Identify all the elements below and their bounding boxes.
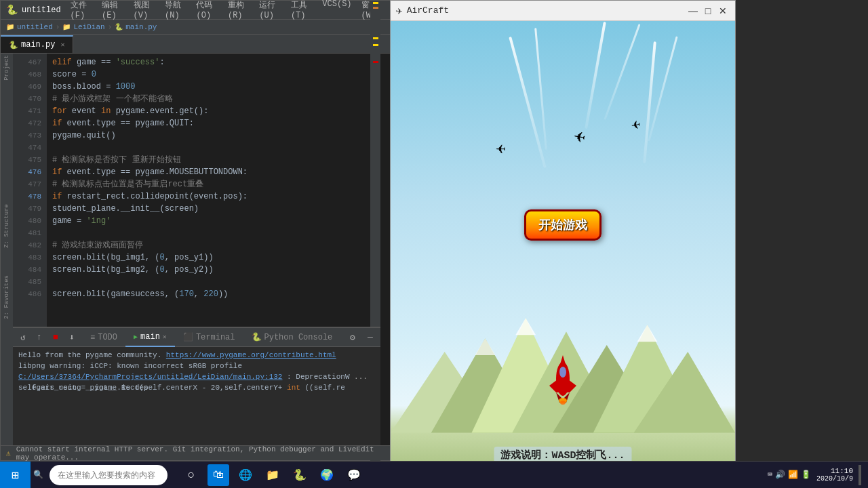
clock[interactable]: 11:10 2020/10/9 [816, 467, 853, 483]
code-line-469: boss.blood = 1000 [52, 81, 387, 93]
taskbar-icon-pycharm[interactable]: 🐍 [289, 464, 311, 486]
statusbar: ⚠ Cannot start internal HTTP server. Git… [1, 445, 393, 460]
bottom-tabs: ↺ ↑ ■ ⬇ ≡TODO ▶ main ✕ ⬛Terminal 🐍Python… [13, 328, 380, 347]
code-line-468: score = 0 [52, 68, 387, 81]
trail-4 [604, 24, 640, 120]
taskbar-icon-store[interactable]: 🛍 [208, 464, 229, 486]
maximize-button[interactable]: □ [701, 4, 715, 18]
structure-label[interactable]: Z: Structure [3, 204, 10, 248]
line-num-475: 475 [13, 154, 47, 166]
line-num-486: 486 [13, 288, 47, 300]
taskbar-icon-cortana[interactable]: ○ [180, 464, 202, 486]
file-link[interactable]: C:/Users/37364/PycharmProjects/untitled/… [18, 373, 282, 381]
code-line-480: game = 'ing' [52, 215, 387, 227]
code-line-467: elif game == 'success': [52, 56, 387, 68]
breadcrumb-file[interactable]: main.py [125, 23, 157, 31]
breadcrumb-project[interactable]: untitled [17, 23, 53, 31]
player-plane-svg [542, 352, 583, 406]
scroll-marker-5 [373, 61, 378, 63]
taskbar-right: ⌨ 🔊 📶 🔋 11:10 2020/10/9 [761, 465, 868, 485]
breadcrumb-folder[interactable]: LeiDian [73, 23, 104, 31]
enemy-plane-3: ✈ [630, 115, 642, 135]
start-button[interactable]: ⊞ [0, 462, 31, 489]
line-num-469: 469 [13, 81, 47, 93]
taskbar-icon-chrome[interactable]: 🌍 [316, 464, 338, 486]
line-num-474: 474 [13, 142, 47, 154]
minimize-button[interactable]: — [686, 4, 700, 18]
menu-code[interactable]: 代码(O) [192, 0, 222, 22]
menu-run[interactable]: 运行(U) [255, 0, 285, 22]
console-line-2: libpng warning: iCCP: known incorrect sR… [18, 361, 375, 371]
console-line-1: Hello from the pygame community. https:/… [18, 350, 375, 361]
menu-refactor[interactable]: 重构(R) [224, 0, 254, 22]
python-console-label: Python Console [264, 333, 333, 342]
tab-terminal[interactable]: ⬛Terminal [175, 328, 243, 347]
taskbar-search-input[interactable] [50, 465, 167, 485]
tab-python-console[interactable]: 🐍Python Console [243, 328, 341, 347]
favorites-label[interactable]: 2: Favorites [3, 275, 10, 319]
svg-point-16 [560, 401, 566, 405]
menu-tools[interactable]: 工具(T) [287, 0, 317, 22]
bottom-toolbar-right: ⚙ — [342, 330, 380, 345]
run-restart-icon[interactable]: ↺ [16, 330, 31, 345]
code-line-486: screen.blit(gamesuccess, (170, 220)) [52, 288, 387, 300]
menu-file[interactable]: 文件(F) [66, 0, 96, 22]
run-label: main [140, 332, 160, 342]
minimize-panel-icon[interactable]: — [363, 330, 378, 345]
breadcrumb: 📁 untitled › 📁 LeiDian › 🐍 main.py [1, 20, 393, 35]
tab-main-py[interactable]: 🐍 main.py ✕ [1, 35, 73, 53]
tray-icon-2[interactable]: 🔊 [775, 470, 785, 480]
run-scroll-icon[interactable]: ⬇ [64, 330, 79, 345]
taskbar-icon-edge[interactable]: 🌐 [235, 464, 256, 486]
enemy-plane-1: ✈ [496, 140, 505, 159]
tab-run[interactable]: ▶ main ✕ [125, 328, 175, 347]
search-icon: 🔍 [33, 470, 43, 480]
line-num-483: 483 [13, 251, 47, 264]
tray-icon-battery[interactable]: 🔋 [801, 470, 811, 480]
taskbar-search-area[interactable]: 🔍 [31, 465, 174, 485]
ide-titlebar: 🐍 untitled 文件(F) 编辑(E) 视图(V) 导航(N) 代码(O)… [1, 1, 393, 20]
code-line-476: if event.type == pygame.MOUSEBUTTONDOWN: [52, 166, 387, 178]
close-button[interactable]: ✕ [716, 4, 730, 18]
taskbar: ⊞ 🔍 ○ 🛍 🌐 📁 🐍 🌍 💬 ⌨ 🔊 📶 🔋 11:10 2020/10/… [0, 461, 868, 488]
code-line-481 [52, 227, 387, 239]
code-line-485 [52, 276, 387, 288]
show-desktop[interactable] [859, 465, 861, 485]
game-window: ✈ AirCraft — □ ✕ ✈ ✈ ✈ [390, 0, 736, 474]
menu-view[interactable]: 视图(V) [130, 0, 159, 22]
project-panel-icon[interactable]: Project [3, 55, 10, 81]
line-num-480: 480 [13, 215, 47, 227]
editor-tabs: 🐍 main.py ✕ [1, 35, 393, 54]
settings-icon[interactable]: ⚙ [345, 330, 360, 345]
menu-edit[interactable]: 编辑(E) [98, 0, 127, 22]
run-tab-close[interactable]: ✕ [163, 333, 167, 341]
game-titlebar: ✈ AirCraft — □ ✕ [391, 1, 735, 21]
menu-vcs[interactable]: VCS(S) [318, 0, 355, 22]
tray-icon-1[interactable]: ⌨ [768, 470, 772, 480]
player-plane [542, 352, 583, 409]
tray-icon-network[interactable]: 📶 [788, 470, 798, 480]
taskbar-icon-wechat[interactable]: 💬 [343, 464, 365, 486]
tab-todo[interactable]: ≡TODO [82, 328, 125, 347]
tab-label: main.py [21, 40, 55, 49]
trail-5 [643, 41, 656, 163]
code-line-470: # 最小游戏框架 一个都不能省略 [52, 93, 387, 105]
svg-marker-8 [637, 325, 658, 342]
start-game-button[interactable]: 开始游戏 [524, 209, 601, 241]
menu-nav[interactable]: 导航(N) [161, 0, 191, 22]
taskbar-app-icons: ○ 🛍 🌐 📁 🐍 🌍 💬 [174, 464, 372, 486]
ide-menu: 文件(F) 编辑(E) 视图(V) 导航(N) 代码(O) 重构(R) 运行(U… [66, 0, 387, 22]
taskbar-icon-explorer[interactable]: 📁 [262, 464, 283, 486]
code-line-483: screen.blit(bg_img1, (0, pos_y1)) [52, 251, 387, 264]
line-num-479: 479 [13, 203, 47, 215]
date-display: 2020/10/9 [816, 475, 853, 483]
run-up-icon[interactable]: ↑ [32, 330, 47, 345]
system-tray: ⌨ 🔊 📶 🔋 [768, 470, 811, 480]
code-line-471: for event in pygame.event.get(): [52, 105, 387, 117]
run-stop-icon[interactable]: ■ [48, 330, 63, 345]
code-line-477: # 检测鼠标点击位置是否与重启rect重叠 [52, 178, 387, 190]
tab-close-icon[interactable]: ✕ [60, 41, 64, 49]
code-line-475: # 检测鼠标是否按下 重新开始按钮 [52, 154, 387, 166]
line-num-478: 478 [13, 190, 47, 203]
pygame-link[interactable]: https://www.pygame.org/contribute.html [166, 351, 336, 359]
